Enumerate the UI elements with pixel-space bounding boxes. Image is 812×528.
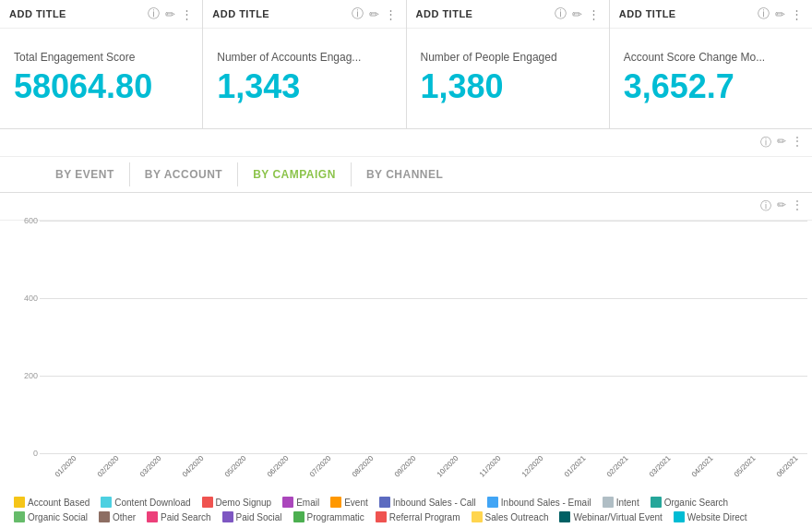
kpi-card-0: ADD TITLE ⓘ ✏ ⋮ Total Engagement Score 5… xyxy=(0,0,203,128)
info-icon[interactable]: ⓘ xyxy=(760,135,771,150)
kpi-body-2: Number of People Engaged 1,380 xyxy=(407,29,609,128)
info-icon[interactable]: ⓘ xyxy=(555,6,567,22)
kpi-title-1: ADD TITLE xyxy=(212,8,351,19)
legend-label: Organic Search xyxy=(664,498,728,508)
legend-item-11: Paid Search xyxy=(147,511,210,522)
legend-label: Website Direct xyxy=(687,512,747,522)
kpi-card-3: ADD TITLE ⓘ ✏ ⋮ Account Score Change Mo.… xyxy=(610,0,812,128)
edit-icon[interactable]: ✏ xyxy=(777,135,786,150)
legend-color xyxy=(147,511,158,522)
legend-color xyxy=(99,511,110,522)
legend-color xyxy=(472,511,483,522)
tabs-panel-icons: ⓘ ✏ ⋮ xyxy=(760,135,803,150)
legend-color xyxy=(330,497,341,508)
legend-item-13: Programmatic xyxy=(293,511,364,522)
kpi-icons-3: ⓘ ✏ ⋮ xyxy=(758,6,803,22)
edit-icon[interactable]: ✏ xyxy=(777,198,786,214)
x-labels-row: 01/202002/202003/202004/202005/202006/20… xyxy=(14,458,807,493)
kpi-header-3: ADD TITLE ⓘ ✏ ⋮ xyxy=(610,0,812,29)
legend-item-6: Inbound Sales - Email xyxy=(487,497,591,508)
tab-by-campaign[interactable]: BY CAMPAIGN xyxy=(238,162,352,186)
tab-by-channel[interactable]: BY CHANNEL xyxy=(352,162,458,186)
legend-label: Programmatic xyxy=(307,512,364,522)
kpi-body-3: Account Score Change Mo... 3,652.7 xyxy=(610,29,812,128)
y-label-200: 200 xyxy=(14,371,38,380)
legend-color xyxy=(282,497,293,508)
kpi-label-2: Number of People Engaged xyxy=(421,51,595,64)
legend-item-5: Inbound Sales - Call xyxy=(379,497,476,508)
legend-item-10: Other xyxy=(99,511,136,522)
legend-label: Webinar/Virtual Event xyxy=(573,512,662,522)
chart-header: ⓘ ✏ ⋮ xyxy=(0,193,812,221)
more-icon[interactable]: ⋮ xyxy=(181,7,193,21)
legend-item-0: Account Based xyxy=(14,497,90,508)
legend-color xyxy=(674,511,685,522)
info-icon[interactable]: ⓘ xyxy=(760,198,771,214)
legend-label: Sales Outreach xyxy=(485,512,549,522)
more-icon[interactable]: ⋮ xyxy=(385,7,397,21)
legend-label: Paid Social xyxy=(236,512,282,522)
legend-label: Paid Search xyxy=(161,512,210,522)
chart-panel: ⓘ ✏ ⋮ 600 400 xyxy=(0,193,812,528)
legend-color xyxy=(559,511,570,522)
y-axis-label xyxy=(5,221,14,493)
kpi-label-1: Number of Accounts Engag... xyxy=(217,51,391,64)
kpi-card-2: ADD TITLE ⓘ ✏ ⋮ Number of People Engaged… xyxy=(407,0,610,128)
legend-color xyxy=(376,511,387,522)
bars-wrapper: 600 400 200 0 xyxy=(14,221,807,458)
legend-item-1: Content Download xyxy=(101,497,190,508)
y-label-400: 400 xyxy=(14,294,38,303)
edit-icon[interactable]: ✏ xyxy=(369,7,379,21)
tabs-nav: BY EVENTBY ACCOUNTBY CAMPAIGNBY CHANNEL xyxy=(0,157,812,192)
legend-label: Referral Program xyxy=(389,512,460,522)
legend-color xyxy=(202,497,213,508)
legend-item-14: Referral Program xyxy=(376,511,460,522)
legend-label: Organic Social xyxy=(28,512,88,522)
chart-body: 600 400 200 0 xyxy=(0,221,812,528)
kpi-title-2: ADD TITLE xyxy=(416,8,555,19)
kpi-title-3: ADD TITLE xyxy=(619,8,758,19)
kpi-icons-2: ⓘ ✏ ⋮ xyxy=(555,6,600,22)
edit-icon[interactable]: ✏ xyxy=(572,7,582,21)
info-icon[interactable]: ⓘ xyxy=(148,6,160,22)
tabs-panel: ⓘ ✏ ⋮ BY EVENTBY ACCOUNTBY CAMPAIGNBY CH… xyxy=(0,129,812,193)
tab-by-account[interactable]: BY ACCOUNT xyxy=(130,162,238,186)
more-icon[interactable]: ⋮ xyxy=(792,135,803,150)
kpi-body-1: Number of Accounts Engag... 1,343 xyxy=(203,29,405,128)
kpi-header-1: ADD TITLE ⓘ ✏ ⋮ xyxy=(203,0,405,29)
dashboard: ADD TITLE ⓘ ✏ ⋮ Total Engagement Score 5… xyxy=(0,0,812,528)
legend-color xyxy=(222,511,233,522)
info-icon[interactable]: ⓘ xyxy=(352,6,364,22)
kpi-label-0: Total Engagement Score xyxy=(14,51,188,64)
more-icon[interactable]: ⋮ xyxy=(791,7,803,21)
legend-item-17: Website Direct xyxy=(674,511,747,522)
legend-item-15: Sales Outreach xyxy=(472,511,549,522)
legend-label: Other xyxy=(113,512,136,522)
kpi-value-1: 1,343 xyxy=(217,67,391,106)
more-icon[interactable]: ⋮ xyxy=(588,7,600,21)
kpi-label-3: Account Score Change Mo... xyxy=(624,51,798,64)
kpi-icons-0: ⓘ ✏ ⋮ xyxy=(148,6,193,22)
edit-icon[interactable]: ✏ xyxy=(165,7,175,21)
kpi-value-0: 58064.80 xyxy=(14,67,188,106)
tab-by-event[interactable]: BY EVENT xyxy=(9,162,130,186)
chart-inner: 600 400 200 0 xyxy=(14,221,807,493)
legend-item-9: Organic Social xyxy=(14,511,88,522)
info-icon[interactable]: ⓘ xyxy=(758,6,770,22)
chart-area: 600 400 200 0 xyxy=(5,221,807,493)
kpi-body-0: Total Engagement Score 58064.80 xyxy=(0,29,202,128)
legend-color xyxy=(379,497,390,508)
legend-label: Email xyxy=(296,498,319,508)
more-icon[interactable]: ⋮ xyxy=(792,198,803,214)
kpi-row: ADD TITLE ⓘ ✏ ⋮ Total Engagement Score 5… xyxy=(0,0,812,129)
chart-header-icons: ⓘ ✏ ⋮ xyxy=(760,198,803,214)
legend-label: Demo Signup xyxy=(216,498,272,508)
y-label-0: 0 xyxy=(14,449,38,458)
legend-item-16: Webinar/Virtual Event xyxy=(559,511,662,522)
kpi-header-0: ADD TITLE ⓘ ✏ ⋮ xyxy=(0,0,202,29)
legend-color xyxy=(651,497,662,508)
kpi-header-2: ADD TITLE ⓘ ✏ ⋮ xyxy=(407,0,609,29)
kpi-value-2: 1,380 xyxy=(421,67,595,106)
kpi-value-3: 3,652.7 xyxy=(624,67,798,106)
edit-icon[interactable]: ✏ xyxy=(775,7,785,21)
